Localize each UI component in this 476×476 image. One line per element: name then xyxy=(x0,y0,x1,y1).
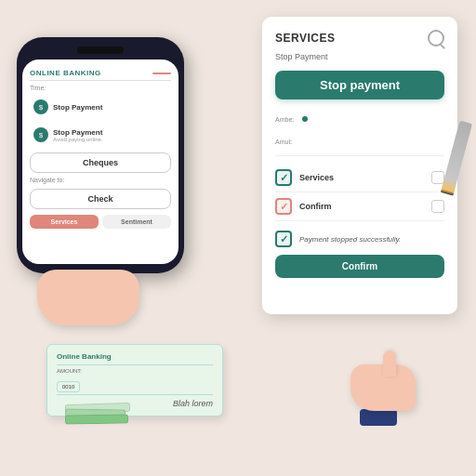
hand-shape xyxy=(37,270,139,325)
doc-field-1: Ambe: xyxy=(275,109,444,126)
check-amount-box: 0010 xyxy=(57,381,80,392)
check-amount-label: AMOUNT: xyxy=(57,368,213,374)
doc-field-2: Amut: xyxy=(275,131,444,148)
stop-payment-button[interactable]: Stop payment xyxy=(275,71,444,99)
money-stack xyxy=(65,403,121,420)
phone-bottom-nav: Services Sentiment xyxy=(30,215,171,229)
check-divider xyxy=(57,364,213,365)
confirm-button[interactable]: Confirm xyxy=(275,255,444,278)
nav-sentiment[interactable]: Sentiment xyxy=(102,215,171,229)
doc-services-row[interactable]: ✓ Services xyxy=(275,164,444,192)
hand-palm xyxy=(350,364,416,411)
confirm-check-left: ✓ Confirm xyxy=(275,198,332,215)
phone-navigate-label: Navigate to: xyxy=(30,177,171,183)
phone-menu-item-2[interactable]: $ Stop Payment Avoid paying online. xyxy=(30,123,171,147)
hand-cuff xyxy=(360,409,397,426)
doc-field-label-2: Amut: xyxy=(275,139,292,145)
doc-success-row: ✓ Payment stopped successfully. xyxy=(275,231,444,247)
doc-subtitle: Stop Payment xyxy=(275,52,444,61)
success-checkmark: ✓ xyxy=(280,233,288,245)
search-icon[interactable] xyxy=(428,30,444,46)
doc-confirm-row[interactable]: ✓ Confirm xyxy=(275,192,444,221)
doc-field-label-1: Ambe: xyxy=(275,116,294,123)
dollar-icon-2: $ xyxy=(33,127,48,142)
confirm-checkbox[interactable]: ✓ xyxy=(275,198,292,215)
doc-header: SERVICES xyxy=(275,30,444,46)
pointing-hand xyxy=(350,364,425,430)
services-label: Services xyxy=(299,173,334,182)
check-bank-name: Online Banking xyxy=(57,352,213,361)
nav-services[interactable]: Services xyxy=(30,215,99,229)
money-bill-3 xyxy=(65,414,128,424)
services-checkbox[interactable]: ✓ xyxy=(275,169,292,186)
hand-finger xyxy=(383,350,396,377)
doc-divider xyxy=(275,155,444,156)
success-checkbox: ✓ xyxy=(275,231,292,247)
hand-phone xyxy=(28,260,149,335)
checkmark-confirm: ✓ xyxy=(280,201,288,213)
phone-screen: ONLINE BANKING Time: $ Stop Payment $ St… xyxy=(22,60,178,264)
phone-menu-item-1[interactable]: $ Stop Payment xyxy=(30,95,171,119)
success-text: Payment stopped successfully. xyxy=(299,235,401,244)
checkmark-services: ✓ xyxy=(280,172,288,184)
phone-app-header: ONLINE BANKING xyxy=(30,69,171,81)
phone: ONLINE BANKING Time: $ Stop Payment $ St… xyxy=(17,37,184,273)
phone-app-title: ONLINE BANKING xyxy=(30,69,101,77)
confirm-label: Confirm xyxy=(299,202,332,211)
services-check-left: ✓ Services xyxy=(275,169,334,186)
phone-container: ONLINE BANKING Time: $ Stop Payment $ St… xyxy=(17,37,184,273)
check-button[interactable]: Check xyxy=(30,189,171,209)
document-container: SERVICES Stop Payment Stop payment Ambe:… xyxy=(262,17,457,314)
phone-time-label: Time: xyxy=(30,85,171,91)
phone-menu-label-2: Stop Payment xyxy=(53,128,103,137)
cheques-button[interactable]: Cheques xyxy=(30,152,171,173)
check-divider-2 xyxy=(57,394,213,395)
confirm-check-right[interactable] xyxy=(431,200,444,213)
field-dot-1 xyxy=(302,116,308,122)
phone-header-line xyxy=(152,73,171,74)
phone-menu-sub-2: Avoid paying online. xyxy=(53,137,103,142)
dollar-icon-1: $ xyxy=(33,99,48,114)
services-document: SERVICES Stop Payment Stop payment Ambe:… xyxy=(262,17,457,314)
doc-title: SERVICES xyxy=(275,32,335,45)
phone-notch xyxy=(77,46,124,54)
phone-menu-label-1: Stop Payment xyxy=(53,103,102,112)
